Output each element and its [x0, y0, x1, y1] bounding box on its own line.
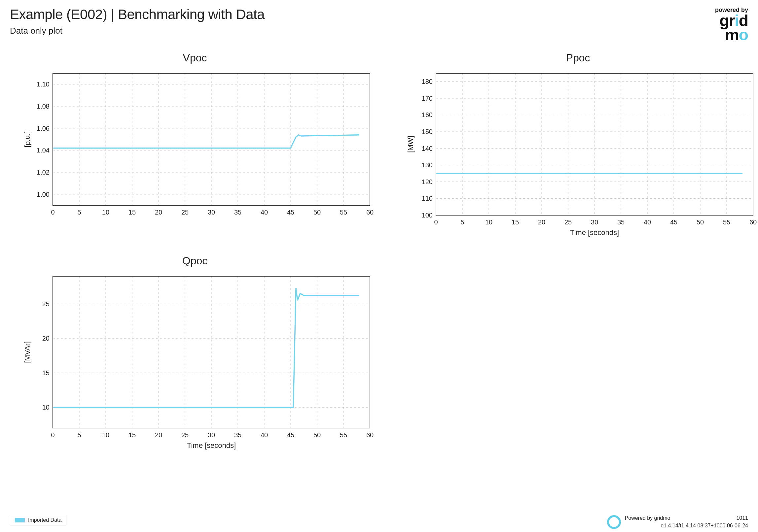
svg-text:40: 40 — [261, 209, 268, 216]
svg-text:0: 0 — [51, 209, 54, 216]
legend: Imported Data — [10, 515, 66, 525]
charts-grid: Vpoc 0510152025303540455055601.001.021.0… — [10, 52, 748, 454]
chart-title-vpoc: Vpoc — [183, 52, 207, 64]
svg-text:50: 50 — [697, 218, 704, 226]
svg-text:1.08: 1.08 — [37, 103, 50, 110]
svg-text:170: 170 — [422, 95, 433, 102]
svg-text:20: 20 — [42, 335, 50, 342]
svg-text:50: 50 — [313, 209, 321, 216]
svg-text:100: 100 — [422, 212, 433, 219]
svg-text:10: 10 — [42, 404, 50, 411]
legend-swatch-icon — [15, 518, 25, 522]
chart-title-ppoc: Ppoc — [566, 52, 590, 64]
svg-text:5: 5 — [77, 209, 81, 216]
svg-text:1.10: 1.10 — [37, 81, 50, 88]
svg-text:130: 130 — [422, 162, 433, 169]
svg-text:30: 30 — [208, 431, 215, 439]
svg-text:160: 160 — [422, 112, 433, 119]
svg-text:1.02: 1.02 — [37, 169, 50, 176]
svg-text:10: 10 — [485, 218, 492, 226]
svg-text:0: 0 — [51, 431, 54, 439]
footer-version: e1.4.14/t1.4.14 08:37+1000 06-06-24 — [661, 522, 748, 529]
svg-text:15: 15 — [128, 209, 136, 216]
svg-text:15: 15 — [512, 218, 519, 226]
svg-text:50: 50 — [313, 431, 321, 439]
svg-text:35: 35 — [234, 431, 241, 439]
svg-text:60: 60 — [366, 431, 374, 439]
chart-title-qpoc: Qpoc — [182, 255, 207, 267]
svg-text:35: 35 — [617, 218, 625, 226]
svg-text:Time [seconds]: Time [seconds] — [570, 228, 619, 237]
svg-text:Time [seconds]: Time [seconds] — [187, 441, 236, 449]
chart-ppoc: Ppoc 051015202530354045505560Time [secon… — [396, 52, 758, 242]
svg-text:30: 30 — [591, 218, 598, 226]
svg-text:55: 55 — [340, 209, 347, 216]
footer-right: Powered by gridmo 1011 e1.4.14/t1.4.14 0… — [607, 515, 748, 529]
svg-text:45: 45 — [287, 431, 294, 439]
page-subtitle: Data only plot — [10, 26, 265, 36]
svg-text:40: 40 — [261, 431, 268, 439]
svg-text:20: 20 — [155, 209, 162, 216]
chart-svg-qpoc: 051015202530354045505560Time [seconds]10… — [13, 270, 377, 454]
svg-text:15: 15 — [42, 369, 50, 377]
footer-powered: Powered by gridmo — [625, 515, 670, 522]
svg-text:140: 140 — [422, 145, 433, 152]
legend-label: Imported Data — [28, 517, 61, 523]
svg-text:45: 45 — [287, 209, 294, 216]
svg-text:60: 60 — [366, 209, 374, 216]
svg-text:[p.u.]: [p.u.] — [23, 131, 31, 148]
svg-text:35: 35 — [234, 209, 241, 216]
svg-text:20: 20 — [538, 218, 545, 226]
page-title: Example (E002) | Benchmarking with Data — [10, 7, 265, 22]
chart-vpoc: Vpoc 0510152025303540455055601.001.021.0… — [13, 52, 377, 242]
gridmo-logo: gridmo — [715, 14, 748, 42]
svg-text:25: 25 — [181, 209, 189, 216]
svg-text:110: 110 — [422, 195, 433, 202]
svg-text:55: 55 — [340, 431, 347, 439]
svg-text:[MVAr]: [MVAr] — [23, 342, 31, 363]
svg-text:5: 5 — [77, 431, 81, 439]
footer-pagenum: 1011 — [736, 515, 748, 522]
svg-text:10: 10 — [102, 431, 109, 439]
svg-text:15: 15 — [128, 431, 136, 439]
chart-svg-ppoc: 051015202530354045505560Time [seconds]10… — [396, 67, 758, 242]
svg-text:45: 45 — [670, 218, 677, 226]
svg-text:40: 40 — [644, 218, 651, 226]
svg-text:5: 5 — [460, 218, 464, 226]
svg-text:1.06: 1.06 — [37, 125, 50, 132]
logo: powered by gridmo — [715, 7, 748, 42]
chart-qpoc: Qpoc 051015202530354045505560Time [secon… — [13, 255, 377, 454]
svg-text:20: 20 — [155, 431, 162, 439]
footer-circle-icon — [607, 515, 621, 529]
svg-text:10: 10 — [102, 209, 109, 216]
svg-text:25: 25 — [42, 300, 50, 308]
svg-text:30: 30 — [208, 209, 215, 216]
svg-text:1.00: 1.00 — [37, 191, 50, 198]
svg-text:55: 55 — [723, 218, 730, 226]
svg-text:150: 150 — [422, 128, 433, 135]
svg-text:180: 180 — [422, 78, 433, 85]
svg-text:[MW]: [MW] — [406, 136, 415, 153]
svg-text:1.04: 1.04 — [37, 147, 50, 154]
chart-svg-vpoc: 0510152025303540455055601.001.021.041.06… — [13, 67, 377, 218]
svg-text:0: 0 — [434, 218, 438, 226]
svg-text:120: 120 — [422, 178, 433, 185]
svg-text:60: 60 — [749, 218, 757, 226]
header: Example (E002) | Benchmarking with Data … — [10, 7, 748, 42]
svg-text:25: 25 — [181, 431, 189, 439]
svg-text:25: 25 — [564, 218, 572, 226]
